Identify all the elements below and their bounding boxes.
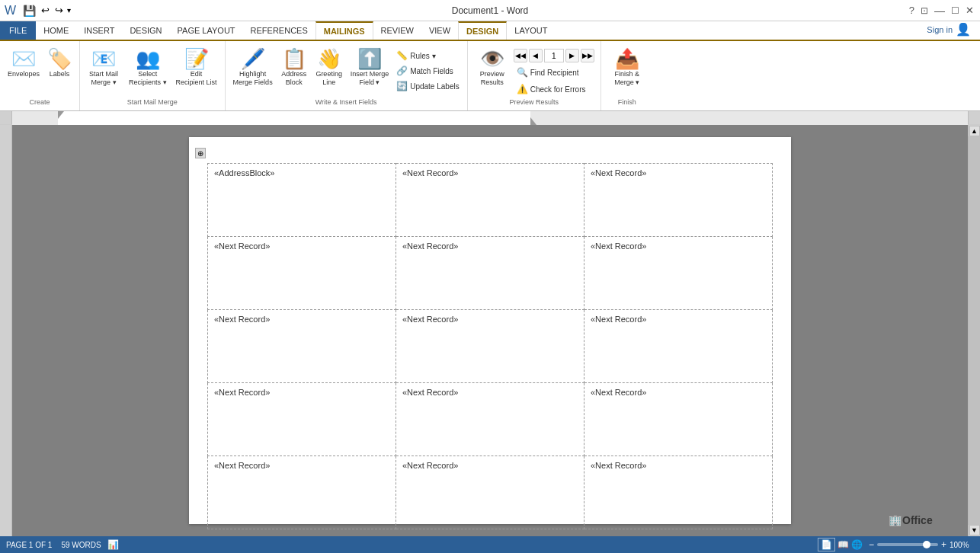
help-btn[interactable]: ? <box>908 3 916 18</box>
envelopes-btn[interactable]: ✉️ Envelopes <box>5 47 43 79</box>
highlight-merge-fields-btn[interactable]: 🖊️ HighlightMerge Fields <box>230 47 276 88</box>
track-changes-icon[interactable]: 📊 <box>107 539 119 550</box>
match-fields-icon: 🔗 <box>396 66 408 76</box>
nav-prev-btn[interactable]: ◀ <box>529 49 543 62</box>
ruler-left-margin <box>0 111 12 124</box>
sign-in-btn[interactable]: Sign in 👤 <box>918 19 980 40</box>
nav-next-btn[interactable]: ▶ <box>565 49 579 62</box>
scroll-up-btn[interactable]: ▲ <box>969 126 980 136</box>
maximize-btn[interactable]: ☐ <box>950 4 961 18</box>
find-recipient-btn[interactable]: 🔍 Find Recipient <box>514 66 594 79</box>
document-page: ⊕ «AddressBlock» «Next Record» «Next Rec… <box>189 137 791 524</box>
tab-mailings[interactable]: MAILINGS <box>315 21 373 40</box>
tab-layout-tt[interactable]: LAYOUT <box>507 21 555 40</box>
quick-access-toolbar: W 💾 ↩ ↪ ▾ <box>5 3 71 18</box>
status-bar: PAGE 1 OF 1 59 WORDS 📊 🏢 Office 📄 📖 🌐 − <box>0 536 980 553</box>
read-mode-btn[interactable]: 📖 <box>837 539 849 550</box>
labels-btn[interactable]: 🏷️ Labels <box>44 47 75 79</box>
svg-text:🏢: 🏢 <box>889 514 902 527</box>
mail-merge-table: «AddressBlock» «Next Record» «Next Recor… <box>207 163 773 529</box>
greeting-line-btn[interactable]: 👋 GreetingLine <box>312 47 346 88</box>
edit-recipient-list-btn[interactable]: 📝 EditRecipient List <box>173 47 220 88</box>
update-labels-icon: 🔄 <box>396 81 408 91</box>
word-count: 59 WORDS <box>61 541 101 549</box>
zoom-in-btn[interactable]: + <box>941 539 946 550</box>
insert-merge-icon: ⬆️ <box>357 49 382 69</box>
rules-btn[interactable]: 📏 Rules ▾ <box>393 49 463 62</box>
finish-merge-btn[interactable]: 📤 Finish &Merge ▾ <box>607 47 647 88</box>
ruler-content <box>12 111 968 124</box>
restore-window-btn[interactable]: ⊡ <box>919 4 930 18</box>
tab-design[interactable]: DESIGN <box>122 21 169 40</box>
table-cell[interactable]: «AddressBlock» <box>208 164 396 237</box>
table-cell[interactable]: «Next Record» <box>584 310 773 383</box>
create-group-label: Create <box>5 97 75 107</box>
address-block-btn[interactable]: 📋 AddressBlock <box>277 47 311 88</box>
tab-references[interactable]: REFERENCES <box>243 21 315 40</box>
table-row: «Next Record» «Next Record» «Next Record… <box>208 237 773 310</box>
customize-qat-btn[interactable]: ▾ <box>67 6 71 14</box>
table-row: «Next Record» «Next Record» «Next Record… <box>208 383 773 456</box>
check-errors-btn[interactable]: ⚠️ Check for Errors <box>514 82 594 96</box>
nav-last-btn[interactable]: ▶▶ <box>581 49 594 62</box>
redo-qat-btn[interactable]: ↪ <box>53 3 65 18</box>
tab-design-tt[interactable]: DESIGN <box>458 21 507 40</box>
nav-first-btn[interactable]: ◀◀ <box>514 49 527 62</box>
undo-qat-btn[interactable]: ↩ <box>40 3 51 18</box>
word-icon: W <box>5 4 16 18</box>
document-scroll[interactable]: ⊕ «AddressBlock» «Next Record» «Next Rec… <box>12 125 968 536</box>
tab-view[interactable]: VIEW <box>421 21 458 40</box>
table-cell[interactable]: «Next Record» <box>208 456 396 529</box>
ruler-marks <box>12 111 968 125</box>
greeting-line-icon: 👋 <box>317 49 341 69</box>
ruler-right-margin <box>968 111 980 124</box>
right-scrollbar[interactable]: ▲ ▼ <box>968 125 980 536</box>
ribbon-tabs: FILE HOME INSERT DESIGN PAGE LAYOUT REFE… <box>0 21 980 41</box>
table-cell[interactable]: «Next Record» <box>208 237 396 310</box>
match-fields-btn[interactable]: 🔗 Match Fields <box>393 64 463 78</box>
zoom-controls: − + 100% <box>869 539 974 550</box>
nav-page-input[interactable] <box>544 49 564 62</box>
zoom-slider[interactable] <box>877 543 938 546</box>
table-cell[interactable]: «Next Record» <box>584 237 773 310</box>
scroll-track[interactable] <box>969 136 980 525</box>
table-cell[interactable]: «Next Record» <box>396 310 584 383</box>
tab-file[interactable]: FILE <box>0 21 36 40</box>
zoom-out-btn[interactable]: − <box>869 539 874 550</box>
table-cell[interactable]: «Next Record» <box>396 383 584 456</box>
document-area: ⊕ «AddressBlock» «Next Record» «Next Rec… <box>0 125 980 536</box>
rules-icon: 📏 <box>396 50 408 61</box>
table-cell[interactable]: «Next Record» <box>584 456 773 529</box>
zoom-level[interactable]: 100% <box>950 541 974 549</box>
table-cell[interactable]: «Next Record» <box>584 383 773 456</box>
table-cell[interactable]: «Next Record» <box>396 237 584 310</box>
close-btn[interactable]: ✕ <box>964 3 975 18</box>
print-layout-btn[interactable]: 📄 <box>818 538 835 551</box>
tab-page-layout[interactable]: PAGE LAYOUT <box>170 21 243 40</box>
table-cell[interactable]: «Next Record» <box>208 310 396 383</box>
minimize-btn[interactable]: — <box>933 3 946 18</box>
tab-review[interactable]: REVIEW <box>373 21 421 40</box>
table-cell[interactable]: «Next Record» <box>208 383 396 456</box>
update-labels-btn[interactable]: 🔄 Update Labels <box>393 79 463 93</box>
ribbon-group-finish: 📤 Finish &Merge ▾ Finish <box>601 41 653 110</box>
save-qat-btn[interactable]: 💾 <box>21 3 37 18</box>
table-move-handle[interactable]: ⊕ <box>195 148 206 158</box>
select-recipients-btn[interactable]: 👥 SelectRecipients ▾ <box>124 47 171 88</box>
tab-insert[interactable]: INSERT <box>76 21 122 40</box>
scroll-down-btn[interactable]: ▼ <box>969 525 980 535</box>
svg-text:Office: Office <box>902 514 933 526</box>
finish-group-label: Finish <box>607 97 647 107</box>
tab-home[interactable]: HOME <box>36 21 76 40</box>
web-layout-btn[interactable]: 🌐 <box>851 539 863 550</box>
view-buttons: 📄 📖 🌐 <box>818 538 863 551</box>
table-cell[interactable]: «Next Record» <box>584 164 773 237</box>
table-cell[interactable]: «Next Record» <box>396 164 584 237</box>
person-icon: 👤 <box>956 22 971 37</box>
ribbon-group-create: ✉️ Envelopes 🏷️ Labels Create <box>0 41 80 110</box>
preview-results-btn[interactable]: 👁️ PreviewResults <box>474 47 511 88</box>
table-cell[interactable]: «Next Record» <box>396 456 584 529</box>
start-mail-merge-btn[interactable]: 📧 Start MailMerge ▾ <box>85 47 123 88</box>
window-controls: ? ⊡ — ☐ ✕ <box>908 3 975 18</box>
insert-merge-field-btn[interactable]: ⬆️ Insert MergeField ▾ <box>347 47 392 88</box>
